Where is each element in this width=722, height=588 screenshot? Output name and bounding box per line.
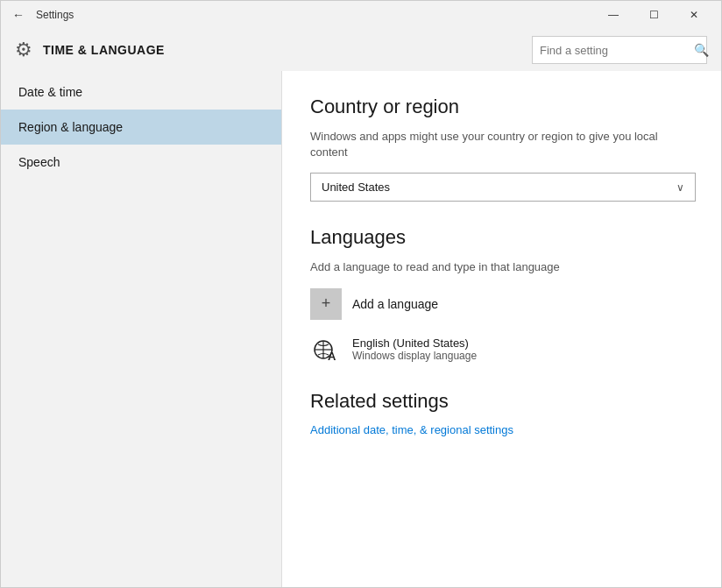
close-button[interactable]: ✕ — [674, 1, 714, 29]
languages-section-desc: Add a language to read and type in that … — [310, 259, 693, 275]
minimize-button[interactable]: — — [593, 1, 634, 29]
content-area: Country or region Windows and apps might… — [282, 71, 721, 587]
search-icon[interactable]: 🔍 — [694, 36, 709, 64]
country-section: Country or region Windows and apps might… — [310, 96, 693, 202]
window-title: Settings — [36, 9, 74, 21]
related-settings-title: Related settings — [310, 390, 693, 413]
chevron-down-icon: ∨ — [676, 181, 684, 194]
sidebar: Date & time Region & language Speech — [1, 71, 281, 587]
app-header: ⚙ TIME & LANGUAGE 🔍 — [1, 29, 721, 71]
language-text: English (United States) Windows display … — [352, 337, 477, 362]
country-section-title: Country or region — [310, 96, 693, 118]
add-icon: + — [310, 288, 342, 320]
title-bar: ← Settings — ☐ ✕ — [1, 1, 721, 29]
sidebar-item-date-time[interactable]: Date & time — [1, 74, 281, 110]
search-box: 🔍 — [532, 36, 707, 64]
window-controls: — ☐ ✕ — [593, 1, 714, 29]
country-section-desc: Windows and apps might use your country … — [310, 129, 693, 160]
maximize-button[interactable]: ☐ — [634, 1, 674, 29]
sidebar-item-region-language[interactable]: Region & language — [1, 110, 281, 145]
title-bar-left: ← Settings — [8, 4, 593, 25]
add-language-button[interactable]: + Add a language — [310, 288, 693, 320]
language-name: English (United States) — [352, 337, 477, 350]
sidebar-item-speech[interactable]: Speech — [1, 145, 281, 180]
country-dropdown[interactable]: United States ∨ — [310, 173, 696, 202]
app-title: TIME & LANGUAGE — [43, 43, 532, 57]
search-input[interactable] — [533, 37, 694, 63]
languages-section-title: Languages — [310, 226, 693, 249]
language-icon: A — [310, 334, 342, 365]
related-settings-section: Related settings Additional date, time, … — [310, 390, 693, 437]
settings-icon: ⚙ — [15, 39, 32, 61]
related-link-date-time[interactable]: Additional date, time, & regional settin… — [310, 423, 513, 436]
country-dropdown-value: United States — [322, 181, 390, 194]
back-icon: ← — [12, 8, 25, 22]
add-language-label: Add a language — [352, 297, 438, 311]
window: ← Settings — ☐ ✕ ⚙ TIME & LANGUAGE 🔍 Dat… — [0, 0, 722, 588]
language-sub: Windows display language — [352, 350, 477, 362]
language-item-english[interactable]: A English (United States) Windows displa… — [310, 334, 693, 365]
back-button[interactable]: ← — [8, 4, 29, 25]
main-layout: Date & time Region & language Speech Cou… — [1, 71, 721, 587]
svg-text:A: A — [328, 350, 336, 363]
languages-section: Languages Add a language to read and typ… — [310, 226, 693, 365]
